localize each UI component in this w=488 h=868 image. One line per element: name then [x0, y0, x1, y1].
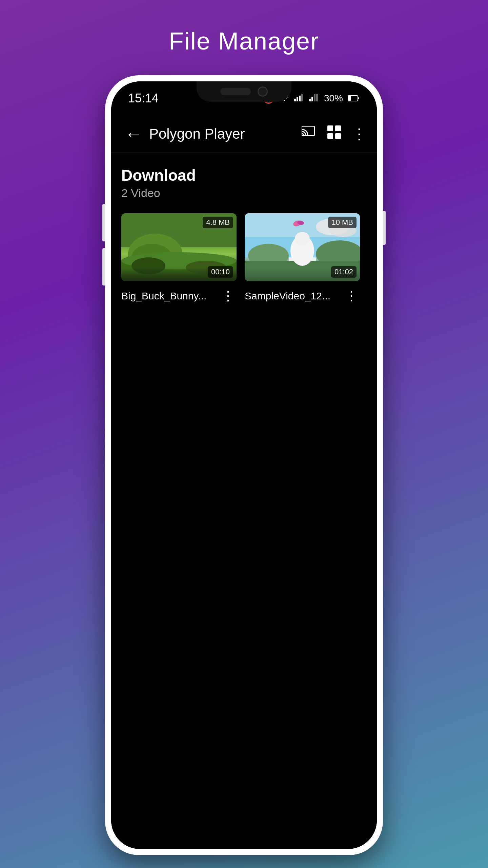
status-time: 15:14	[128, 91, 159, 105]
video-name-1: Big_Buck_Bunny...	[121, 290, 220, 302]
volume-down-button[interactable]	[102, 248, 105, 285]
phone-shell: 15:14 🔇	[105, 75, 383, 855]
svg-rect-6	[311, 97, 313, 101]
signal-icon	[294, 93, 304, 104]
video-card-2[interactable]: 10 MB 01:02 SampleVideo_12... ⋮	[245, 213, 360, 305]
video-duration-badge-2: 01:02	[331, 266, 357, 278]
signal-icon-2	[309, 93, 319, 104]
video-grid: 4.8 MB 00:10 Big_Buck_Bunny... ⋮	[121, 213, 367, 305]
video-info-2: SampleVideo_12... ⋮	[245, 287, 360, 305]
svg-rect-14	[335, 125, 341, 131]
video-size-badge-1: 4.8 MB	[203, 217, 233, 228]
phone-screen: 15:14 🔇	[111, 81, 377, 849]
svg-rect-13	[327, 125, 333, 131]
power-button[interactable]	[383, 211, 386, 245]
battery-text: 30%	[324, 93, 343, 104]
battery-icon	[348, 95, 360, 102]
video-duration-badge-1: 00:10	[208, 266, 233, 278]
app-bar-actions: ⋮	[302, 125, 367, 143]
svg-rect-10	[348, 96, 351, 101]
svg-rect-8	[316, 94, 318, 101]
video-size-badge-2: 10 MB	[328, 217, 357, 228]
video-more-button-1[interactable]: ⋮	[220, 287, 237, 305]
app-bar: ← Polygon Player	[111, 115, 377, 153]
notch-camera	[258, 86, 268, 97]
content-area: Download 2 Video	[111, 153, 377, 849]
video-info-1: Big_Buck_Bunny... ⋮	[121, 287, 237, 305]
svg-rect-1	[294, 99, 296, 101]
notch-pill	[220, 88, 251, 95]
svg-rect-4	[301, 94, 303, 101]
svg-point-22	[131, 257, 165, 274]
svg-rect-16	[335, 133, 341, 139]
video-thumbnail-2[interactable]: 10 MB 01:02	[245, 213, 360, 281]
video-card-1[interactable]: 4.8 MB 00:10 Big_Buck_Bunny... ⋮	[121, 213, 237, 305]
svg-rect-3	[299, 96, 301, 101]
video-more-button-2[interactable]: ⋮	[343, 287, 360, 305]
cast-button[interactable]	[302, 125, 317, 142]
svg-rect-2	[297, 97, 298, 101]
video-name-2: SampleVideo_12...	[245, 290, 343, 302]
svg-rect-5	[309, 99, 311, 101]
status-bar: 15:14 🔇	[111, 81, 377, 115]
notch-cutout	[197, 81, 291, 102]
svg-rect-11	[358, 97, 359, 99]
back-button[interactable]: ←	[121, 120, 146, 147]
svg-rect-15	[327, 133, 333, 139]
grid-view-button[interactable]	[327, 125, 342, 143]
svg-rect-7	[314, 94, 316, 101]
svg-point-32	[295, 232, 310, 245]
more-options-button[interactable]: ⋮	[352, 125, 367, 142]
video-thumbnail-1[interactable]: 4.8 MB 00:10	[121, 213, 237, 281]
folder-subtitle: 2 Video	[121, 186, 367, 200]
folder-name: Download	[121, 166, 367, 184]
volume-up-button[interactable]	[102, 204, 105, 241]
app-bar-title: Polygon Player	[149, 126, 302, 142]
page-title: File Manager	[169, 27, 319, 55]
